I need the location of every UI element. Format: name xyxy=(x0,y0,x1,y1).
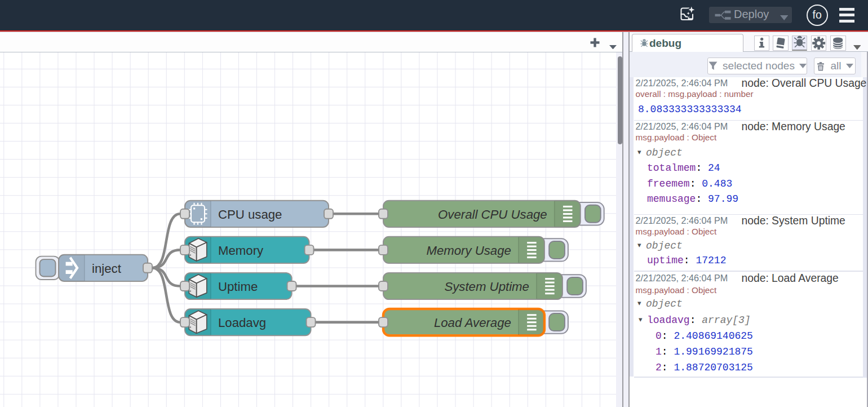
svg-text:Load Average: Load Average xyxy=(434,316,511,330)
svg-text:Memory Usage: Memory Usage xyxy=(426,243,511,257)
svg-text:inject: inject xyxy=(92,261,121,275)
svg-text:Uptime: Uptime xyxy=(218,280,258,294)
svg-text:System Uptime: System Uptime xyxy=(444,280,529,294)
svg-text:Loadavg: Loadavg xyxy=(218,316,266,330)
svg-text:Overall CPU Usage: Overall CPU Usage xyxy=(438,207,547,221)
svg-text:CPU usage: CPU usage xyxy=(218,207,282,221)
svg-text:Memory: Memory xyxy=(218,243,264,257)
